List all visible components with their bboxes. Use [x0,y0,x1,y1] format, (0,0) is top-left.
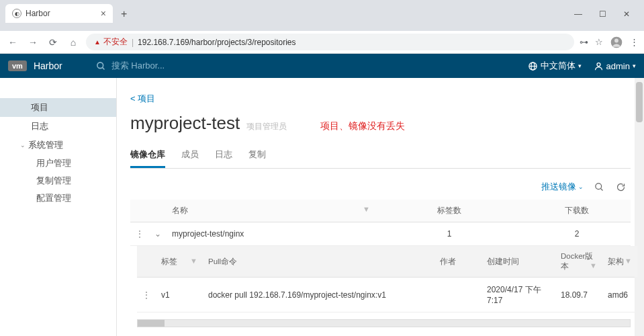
tag-row[interactable]: ⋮ v1 docker pull 192.168.7.169/myproject… [137,278,637,312]
browser-address-bar: ← → ⟳ ⌂ 不安全 | 192.168.7.169/harbor/proje… [0,31,644,54]
filter-icon[interactable]: ▼ [625,257,632,265]
svg-point-1 [614,38,618,42]
refresh-icon[interactable] [614,181,627,193]
svg-line-3 [102,67,104,69]
tab-members[interactable]: 成员 [181,143,199,168]
role-label: 项目管理员 [246,121,287,132]
col-downloads: 下载数 [523,200,631,222]
pull-command: docker pull 192.168.7.169/myproject-test… [203,278,434,312]
chevron-down-icon: ▾ [633,62,636,69]
repo-table: 名称▼ 标签数 下载数 ⋮ ⌄ myproject-test/nginx 1 2 [130,200,631,246]
profile-icon[interactable] [610,36,623,49]
main-content: < 项目 myproject-test 项目管理员 项目、镜像没有丢失 镜像仓库… [117,78,644,336]
col-arch: 架构▼ [602,246,637,278]
browser-tab[interactable]: ◐ Harbor × [5,4,113,23]
search-icon[interactable] [593,181,605,193]
repo-row[interactable]: ⋮ ⌄ myproject-test/nginx 1 2 [130,222,631,246]
browser-chrome: ◐ Harbor × + — ☐ ✕ [0,0,644,31]
tab-close-icon[interactable]: × [101,8,106,19]
globe-icon [528,61,538,71]
language-selector[interactable]: 中文简体 ▾ [528,60,582,72]
repo-tag-count: 1 [375,331,523,336]
row-actions-icon[interactable]: ⋮ [130,331,149,336]
tag-created: 2020/4/17 下午7:17 [481,278,555,312]
url-text: 192.168.7.169/harbor/projects/3/reposito… [138,38,295,47]
svg-point-8 [595,183,601,189]
user-menu[interactable]: admin ▾ [594,61,636,71]
col-docker: Docker版本▼ [555,246,602,278]
nav-reload-button[interactable]: ⟳ [46,35,60,50]
row-actions-icon[interactable]: ⋮ [130,222,149,246]
repo-name[interactable]: myproject-test/cirros [167,331,375,336]
breadcrumb-back[interactable]: < 项目 [130,93,155,105]
col-created: 创建时间 [481,246,555,278]
star-icon[interactable]: ☆ [595,37,603,47]
repo-table: ⋮ ⌄ myproject-test/cirros 1 0 [130,331,631,336]
project-tabs: 镜像仓库 成员 日志 复制 [130,143,631,169]
menu-icon[interactable]: ⋮ [630,37,639,47]
scrollbar-vertical[interactable] [635,78,644,336]
chevron-down-icon: ⌄ [20,142,26,149]
tag-table: 标签▼ Pull命令 作者 创建时间 Docker版本▼ 架构▼ ⋮ v1 do… [137,246,637,312]
chevron-down-icon: ▾ [578,62,582,69]
search-icon [96,61,106,71]
filter-icon[interactable]: ▼ [590,261,597,269]
tag-arch: amd6 [602,278,637,312]
tag-docker: 18.09.7 [555,278,602,312]
chevron-down-icon: ⌄ [578,183,584,190]
app-name: Harbor [34,60,62,71]
col-pull: Pull命令 [203,246,434,278]
repo-name[interactable]: myproject-test/nginx [167,222,375,246]
repo-row[interactable]: ⋮ ⌄ myproject-test/cirros 1 0 [130,331,631,336]
push-image-link[interactable]: 推送镜像⌄ [541,181,584,193]
sidebar-group-admin[interactable]: ⌄ 系统管理 [0,136,116,155]
col-tags: 标签数 [375,200,523,222]
expand-toggle[interactable]: ⌄ [149,331,167,336]
annotation-note: 项目、镜像没有丢失 [320,120,405,132]
repo-downloads: 0 [523,331,631,336]
favicon-icon: ◐ [12,9,21,18]
sidebar: 项目 日志 ⌄ 系统管理 用户管理 复制管理 配置管理 [0,78,117,336]
app-header: vm Harbor 搜索 Harbor... 中文简体 ▾ admin ▾ [0,54,644,78]
url-bar[interactable]: 不安全 | 192.168.7.169/harbor/projects/3/re… [86,34,574,50]
col-author: 作者 [434,246,481,278]
svg-point-2 [97,62,103,68]
nav-forward-button[interactable]: → [26,35,40,50]
svg-line-9 [600,188,602,190]
svg-point-7 [597,62,600,66]
tab-logs[interactable]: 日志 [215,143,232,168]
sidebar-item-replication[interactable]: 复制管理 [0,172,116,190]
new-tab-button[interactable]: + [116,5,132,23]
key-icon[interactable]: ⊶ [580,37,588,47]
window-minimize-button[interactable]: — [566,5,590,23]
vmware-logo: vm [8,60,27,71]
global-search[interactable]: 搜索 Harbor... [96,60,165,72]
filter-icon[interactable]: ▼ [363,205,370,213]
col-name: 名称▼ [167,200,375,222]
user-icon [594,61,604,71]
filter-icon[interactable]: ▼ [190,257,197,265]
sidebar-item-projects[interactable]: 项目 [0,98,116,117]
insecure-badge: 不安全 [94,36,128,48]
window-close-button[interactable]: ✕ [614,5,639,23]
repo-downloads: 2 [523,222,631,246]
tab-title: Harbor [26,9,50,18]
tag-name: v1 [156,278,203,312]
scrollbar-horizontal[interactable] [137,319,631,327]
nav-back-button[interactable]: ← [5,35,20,50]
repo-tag-count: 1 [375,222,523,246]
tab-replication[interactable]: 复制 [248,143,266,168]
sidebar-item-logs[interactable]: 日志 [0,117,116,136]
col-tag: 标签▼ [156,246,203,278]
sidebar-item-user-mgmt[interactable]: 用户管理 [0,155,116,172]
nav-home-button[interactable]: ⌂ [66,35,81,50]
project-title: myproject-test [130,113,240,134]
sidebar-item-config[interactable]: 配置管理 [0,190,116,207]
tab-repositories[interactable]: 镜像仓库 [130,143,165,168]
tag-author [434,278,481,312]
expand-toggle[interactable]: ⌄ [149,222,167,246]
window-maximize-button[interactable]: ☐ [590,5,614,23]
row-actions-icon[interactable]: ⋮ [137,278,156,312]
